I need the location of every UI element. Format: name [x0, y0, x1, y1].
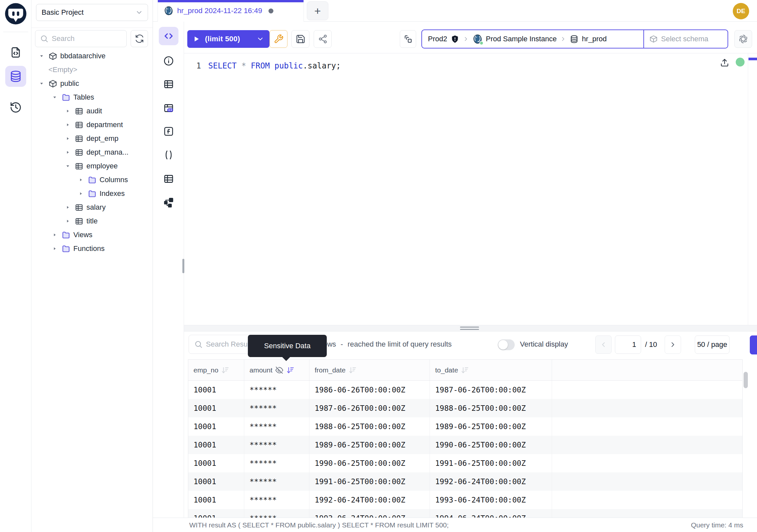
- cell-empty: [552, 454, 742, 472]
- chevron-right-expander-icon[interactable]: [66, 219, 70, 223]
- column-header-emp_no[interactable]: emp_no: [188, 360, 244, 380]
- page-total: / 10: [645, 331, 657, 358]
- masked-table-panel-button[interactable]: [153, 103, 184, 114]
- tree-item-title[interactable]: title: [31, 214, 153, 228]
- search-icon: [40, 34, 48, 43]
- table-icon: [75, 121, 83, 129]
- schema-diagram-icon: [163, 197, 174, 208]
- tree-item-dept-mana[interactable]: dept_mana...: [31, 145, 153, 159]
- sort-icon[interactable]: [221, 366, 229, 374]
- tree-item-department[interactable]: department: [31, 118, 153, 132]
- sensitive-data-tooltip: Sensitive Data: [248, 335, 327, 357]
- sidebar-resize-handle[interactable]: [182, 259, 184, 273]
- chevron-right-expander-icon[interactable]: [78, 191, 83, 196]
- run-query-button[interactable]: (limit 500): [187, 30, 269, 48]
- tree-item-functions[interactable]: Functions: [31, 242, 153, 256]
- splitter-grip: [460, 327, 479, 330]
- cell-from_date: 1991-06-25T00:00:00Z: [309, 472, 430, 491]
- tab-hr-prod[interactable]: hr_prod 2024-11-22 16:49: [158, 0, 304, 22]
- sort-icon[interactable]: [286, 366, 295, 374]
- export-button[interactable]: [750, 335, 757, 355]
- tooltip-arrow: [282, 357, 290, 361]
- chevron-right-expander-icon[interactable]: [52, 233, 57, 237]
- chevron-down-expander-icon[interactable]: [52, 95, 57, 100]
- chevron-right-expander-icon[interactable]: [78, 177, 83, 182]
- query-time: Query time: 4 ms: [691, 521, 743, 529]
- nav-history-button[interactable]: [5, 97, 26, 118]
- sort-icon[interactable]: [461, 366, 469, 374]
- save-sheet-button[interactable]: [291, 30, 309, 48]
- tree-item-indexes[interactable]: Indexes: [31, 187, 153, 201]
- ai-assistant-button[interactable]: [734, 30, 752, 48]
- column-header-empty[interactable]: [552, 360, 742, 380]
- tree-item-label: bbdataarchive: [60, 52, 106, 60]
- column-header-amount[interactable]: amount: [244, 360, 309, 380]
- cell-to_date: 1988-06-25T00:00:00Z: [430, 399, 552, 417]
- tree-item-employee[interactable]: employee: [31, 159, 153, 173]
- executed-statement: WITH result AS ( SELECT * FROM public.sa…: [189, 521, 449, 529]
- column-header-to_date[interactable]: to_date: [430, 360, 552, 380]
- table-icon: [75, 148, 83, 157]
- tree-item-views[interactable]: Views: [31, 228, 153, 242]
- functions-panel-button[interactable]: [153, 126, 184, 137]
- sidebar-search[interactable]: [35, 30, 127, 47]
- external-table-panel-button[interactable]: [153, 173, 184, 184]
- results-table: emp_noamountfrom_dateto_date 10001******…: [188, 360, 742, 517]
- column-header-from_date[interactable]: from_date: [309, 360, 430, 380]
- chevron-right-expander-icon[interactable]: [66, 136, 70, 141]
- sort-icon[interactable]: [348, 366, 357, 374]
- chevron-right-expander-icon[interactable]: [66, 109, 70, 113]
- tree-item-dept-emp[interactable]: dept_emp: [31, 132, 153, 145]
- upload-icon[interactable]: [720, 58, 730, 68]
- panel-splitter[interactable]: [184, 325, 757, 331]
- tree-item-bbdataarchive[interactable]: bbdataarchive: [31, 49, 153, 63]
- chevron-right-expander-icon[interactable]: [66, 150, 70, 155]
- connection-context[interactable]: Prod2 Prod Sample Instance hr_prod: [422, 30, 644, 48]
- results-scrollbar[interactable]: [743, 372, 748, 388]
- info-panel-button[interactable]: [153, 55, 184, 67]
- nav-worksheet-button[interactable]: [5, 42, 26, 63]
- sql-editor[interactable]: 1 SELECT * FROM public.salary;: [184, 53, 757, 325]
- procedures-panel-button[interactable]: [153, 149, 184, 161]
- code-panel-button[interactable]: [159, 27, 178, 45]
- chevron-right-expander-icon[interactable]: [66, 122, 70, 127]
- vertical-display-toggle[interactable]: [498, 339, 515, 350]
- tree-item-columns[interactable]: Columns: [31, 173, 153, 187]
- nav-database-button[interactable]: [5, 66, 26, 87]
- tree-item-public[interactable]: public: [31, 77, 153, 90]
- schema-diagram-button[interactable]: [153, 197, 184, 208]
- chevron-down-expander-icon[interactable]: [39, 81, 44, 86]
- tree-item-empty[interactable]: <Empty>: [31, 63, 153, 77]
- tree-item-label: Tables: [73, 93, 94, 102]
- chevron-right-expander-icon[interactable]: [66, 205, 70, 210]
- code-line: 1 SELECT * FROM public.salary;: [184, 59, 341, 73]
- tree-item-label: dept_mana...: [86, 148, 128, 157]
- chevron-down-expander-icon[interactable]: [39, 54, 44, 58]
- prev-page-button[interactable]: [595, 335, 612, 354]
- chevron-down-expander-icon[interactable]: [66, 164, 70, 169]
- new-tab-button[interactable]: +: [307, 1, 328, 20]
- tree-item-salary[interactable]: salary: [31, 201, 153, 214]
- project-selector[interactable]: Basic Project: [36, 4, 148, 21]
- tree-item-label: <Empty>: [48, 66, 77, 74]
- tree-item-tables[interactable]: Tables: [31, 90, 153, 104]
- tree-item-audit[interactable]: audit: [31, 104, 153, 118]
- schema-icon: [649, 35, 658, 43]
- chevron-right-expander-icon[interactable]: [52, 246, 57, 251]
- refresh-button[interactable]: [131, 30, 148, 47]
- page-size-selector[interactable]: 50 / page: [695, 335, 730, 354]
- schema-selector[interactable]: Select schema: [644, 30, 728, 48]
- schema-placeholder: Select schema: [661, 35, 708, 43]
- cell-emp_no: 10001: [188, 399, 244, 417]
- table-panel-button[interactable]: [153, 78, 184, 90]
- page-number-input[interactable]: 1: [615, 335, 641, 354]
- openai-icon: [738, 34, 748, 44]
- sidebar-search-input[interactable]: [52, 34, 117, 43]
- next-page-button[interactable]: [665, 335, 681, 354]
- avatar[interactable]: DE: [733, 3, 749, 19]
- format-sql-button[interactable]: [269, 30, 288, 48]
- column-name: to_date: [435, 366, 458, 374]
- share-sheet-button[interactable]: [314, 30, 332, 48]
- batch-query-button[interactable]: [400, 30, 416, 48]
- editor-scrollbar[interactable]: [748, 58, 757, 60]
